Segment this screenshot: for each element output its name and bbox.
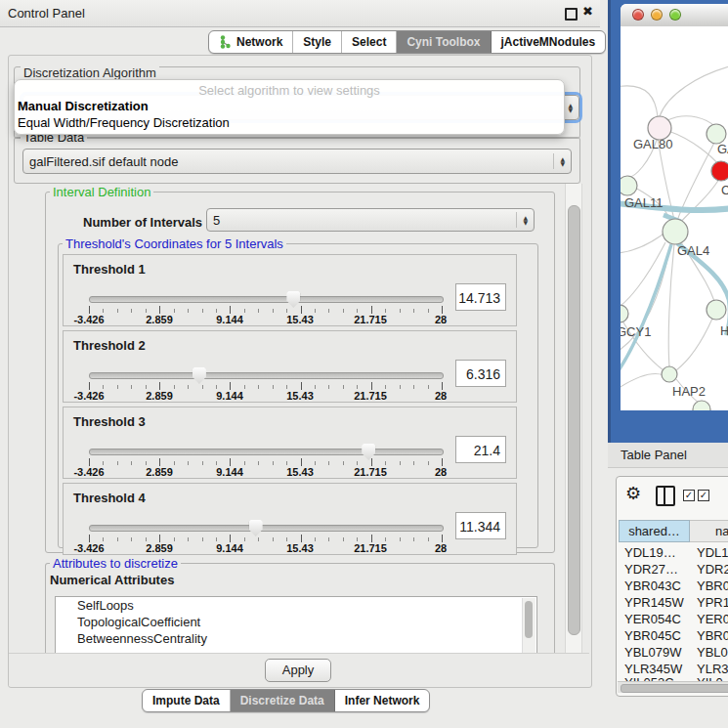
tab-jactivemnodules[interactable]: jActiveMNodules	[492, 31, 606, 53]
svg-text:GCY1: GCY1	[621, 324, 651, 339]
control-panel-titlebar: Control Panel ✖	[0, 0, 600, 27]
svg-text:GAL80: GAL80	[633, 137, 672, 151]
algorithm-dropdown-popup: Select algorithm to view settings Manual…	[14, 79, 565, 135]
table-row[interactable]: YBR045CYBR0	[617, 628, 728, 645]
node-top-right[interactable]	[707, 124, 726, 144]
tab-network-label: Network	[236, 35, 282, 49]
tab-network[interactable]: Network	[209, 31, 293, 53]
dropdown-hint: Select algorithm to view settings	[15, 83, 564, 98]
mac-minimize-button[interactable]	[651, 9, 663, 21]
node-h[interactable]	[707, 300, 726, 320]
node-gcy1[interactable]	[621, 305, 628, 322]
scrollbar-thumb[interactable]	[568, 205, 580, 635]
threshold-3-label: Threshold 3	[73, 414, 146, 429]
mac-close-button[interactable]	[632, 9, 644, 21]
mac-zoom-button[interactable]	[669, 9, 681, 21]
threshold-1-value-field[interactable]: 14.713	[455, 283, 506, 311]
network-graph: GAL80 GA C GAL11 GAL4 GCY1 H HAP2	[621, 26, 728, 410]
threshold-3-panel: Threshold 3 -3.426 2.859 9.144 15.43 21.…	[63, 407, 517, 479]
slider-ticks	[89, 535, 443, 543]
node-hap2[interactable]	[662, 366, 677, 382]
network-nodes	[621, 116, 728, 410]
tab-style[interactable]: Style	[293, 31, 342, 53]
table-data-selected: galFiltered.sif default node	[29, 154, 178, 169]
svg-text:H: H	[720, 323, 728, 338]
threshold-4-value-field[interactable]: 11.344	[455, 512, 506, 539]
tab-cyni-toolbox[interactable]: Cyni Toolbox	[397, 31, 491, 53]
slider-ticks	[89, 382, 443, 391]
combo-arrows-icon: ▲▼	[516, 212, 528, 228]
threshold-2-value-field[interactable]: 6.316	[455, 360, 506, 387]
node-gal4[interactable]	[663, 219, 688, 244]
network-node-labels: GAL80 GA C GAL11 GAL4 GCY1 H HAP2	[621, 137, 728, 399]
threshold-1-slider[interactable]	[89, 296, 444, 303]
svg-text:C: C	[721, 183, 728, 197]
tab-impute-data[interactable]: Impute Data	[143, 690, 231, 711]
table-data-group: Table Data galFiltered.sif default node …	[14, 137, 580, 184]
interval-definition-title: Interval Definition	[50, 185, 153, 199]
column-header-name[interactable]: na	[690, 520, 728, 542]
network-icon	[219, 35, 232, 49]
threshold-3-value-field[interactable]: 21.4	[455, 436, 506, 463]
checkbox-icon[interactable]: ✓	[698, 490, 709, 501]
table-row[interactable]: YDL19…YDL1	[617, 545, 728, 562]
slider-ticks	[89, 306, 443, 315]
apply-button[interactable]: Apply	[265, 659, 331, 682]
table-panel-title: Table Panel	[621, 448, 687, 462]
list-item[interactable]: BetweennessCentrality	[56, 630, 536, 647]
thresholds-group-title: Threshold's Coordinates for 5 Intervals	[63, 236, 286, 251]
gear-icon[interactable]: ⚙	[625, 483, 641, 503]
threshold-1-label: Threshold 1	[73, 262, 146, 277]
svg-text:GA: GA	[717, 142, 728, 156]
threshold-4-slider[interactable]	[89, 525, 444, 532]
close-icon[interactable]: ✖	[582, 4, 593, 19]
combo-arrows-icon: ▲▼	[553, 153, 565, 169]
checkbox-icon[interactable]: ✓	[683, 490, 695, 501]
settings-scrollbar[interactable]	[565, 184, 582, 653]
threshold-4-panel: Threshold 4 -3.426 2.859 9.144 15.43 21.…	[63, 483, 517, 555]
network-window: GAL80 GA C GAL11 GAL4 GCY1 H HAP2	[621, 4, 728, 410]
number-of-intervals-combobox[interactable]: 5 ▲▼	[206, 208, 535, 232]
columns-icon[interactable]	[656, 486, 675, 506]
dropdown-item-equal-width[interactable]: Equal Width/Frequency Discretization	[18, 115, 230, 130]
list-item[interactable]: TopologicalCoefficient	[56, 614, 536, 630]
node-gal11[interactable]	[621, 176, 637, 195]
control-panel-title: Control Panel	[8, 6, 85, 21]
table-data-combobox[interactable]: galFiltered.sif default node ▲▼	[22, 149, 572, 174]
attributes-group-title: Attributes to discretize	[50, 556, 181, 571]
svg-text:GAL11: GAL11	[624, 195, 664, 210]
threshold-2-panel: Threshold 2 -3.426 2.859 9.144 15.43 21.…	[63, 330, 517, 403]
node-red-selected[interactable]	[711, 161, 728, 181]
tab-select[interactable]: Select	[342, 31, 397, 53]
number-of-intervals-label: Number of Intervals	[83, 215, 202, 230]
tab-discretize-data[interactable]: Discretize Data	[231, 690, 335, 711]
threshold-3-slider[interactable]	[89, 449, 444, 455]
bottom-tab-bar: Impute Data Discretize Data Infer Networ…	[142, 689, 430, 712]
table-panel-titlebar: Table Panel	[608, 443, 728, 468]
table-row[interactable]: YDR27…YDR2	[617, 562, 728, 578]
tab-infer-network[interactable]: Infer Network	[335, 690, 430, 711]
network-canvas[interactable]: GAL80 GA C GAL11 GAL4 GCY1 H HAP2	[621, 26, 728, 410]
intervals-value: 5	[213, 213, 220, 228]
dropdown-item-manual-discretization[interactable]: Manual Discretization	[18, 99, 149, 113]
scrollbar-thumb[interactable]	[621, 684, 728, 693]
table-row[interactable]: YPR145WYPR1	[617, 595, 728, 612]
network-window-titlebar	[621, 4, 728, 27]
numerical-attributes-list: SelfLoops TopologicalCoefficient Between…	[55, 596, 537, 655]
list-scrollbar[interactable]	[522, 598, 535, 653]
node-table-panel: ⚙ ✓ ✓ shared… na YDL19…YDL1 YDR27…YDR2 Y…	[616, 476, 728, 697]
app-root: Control Panel ✖ Network Style Select Cyn…	[0, 0, 728, 728]
slider-ticks	[89, 458, 443, 467]
table-row[interactable]: YER054CYER0	[617, 612, 728, 628]
column-header-shared[interactable]: shared…	[619, 520, 690, 542]
apply-row: Apply	[9, 653, 589, 686]
table-row[interactable]: YBR043CYBR0	[617, 578, 728, 595]
node-bottom[interactable]	[693, 401, 710, 410]
threshold-2-slider[interactable]	[89, 372, 444, 379]
threshold-4-label: Threshold 4	[73, 491, 146, 505]
table-row[interactable]: YBL079WYBL0	[617, 645, 728, 662]
float-window-icon[interactable]	[565, 8, 578, 21]
list-item[interactable]: SelfLoops	[56, 597, 536, 614]
table-horizontal-scrollbar[interactable]	[618, 681, 728, 693]
svg-text:GAL4: GAL4	[677, 243, 709, 258]
